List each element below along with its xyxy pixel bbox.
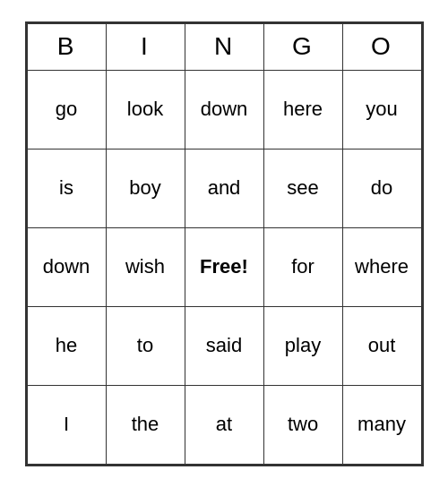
table-cell: for bbox=[263, 227, 342, 306]
table-cell: go bbox=[27, 70, 106, 149]
bingo-table: BINGO golookdownhereyouisboyandseedodown… bbox=[27, 23, 422, 465]
table-row: downwishFree!forwhere bbox=[27, 227, 421, 306]
table-cell: do bbox=[342, 149, 421, 227]
header-cell-n: N bbox=[185, 23, 263, 70]
table-row: Itheattwomany bbox=[27, 385, 421, 464]
table-cell: play bbox=[263, 306, 342, 385]
table-row: hetosaidplayout bbox=[27, 306, 421, 385]
header-cell-g: G bbox=[263, 23, 342, 70]
table-cell: at bbox=[185, 385, 263, 464]
table-cell: said bbox=[185, 306, 263, 385]
table-cell: down bbox=[27, 227, 106, 306]
table-cell: is bbox=[27, 149, 106, 227]
table-cell: look bbox=[106, 70, 185, 149]
table-row: golookdownhereyou bbox=[27, 70, 421, 149]
table-cell: I bbox=[27, 385, 106, 464]
header-cell-i: I bbox=[106, 23, 185, 70]
table-cell: where bbox=[342, 227, 421, 306]
table-cell: many bbox=[342, 385, 421, 464]
table-cell: he bbox=[27, 306, 106, 385]
table-cell: Free! bbox=[185, 227, 263, 306]
table-row: isboyandseedo bbox=[27, 149, 421, 227]
table-cell: the bbox=[106, 385, 185, 464]
table-cell: two bbox=[263, 385, 342, 464]
table-cell: you bbox=[342, 70, 421, 149]
header-cell-o: O bbox=[342, 23, 421, 70]
bingo-card: BINGO golookdownhereyouisboyandseedodown… bbox=[25, 21, 424, 466]
table-cell: boy bbox=[106, 149, 185, 227]
table-cell: here bbox=[263, 70, 342, 149]
header-cell-b: B bbox=[27, 23, 106, 70]
table-cell: to bbox=[106, 306, 185, 385]
table-cell: and bbox=[185, 149, 263, 227]
table-cell: wish bbox=[106, 227, 185, 306]
header-row: BINGO bbox=[27, 23, 421, 70]
table-cell: down bbox=[185, 70, 263, 149]
table-cell: out bbox=[342, 306, 421, 385]
table-cell: see bbox=[263, 149, 342, 227]
